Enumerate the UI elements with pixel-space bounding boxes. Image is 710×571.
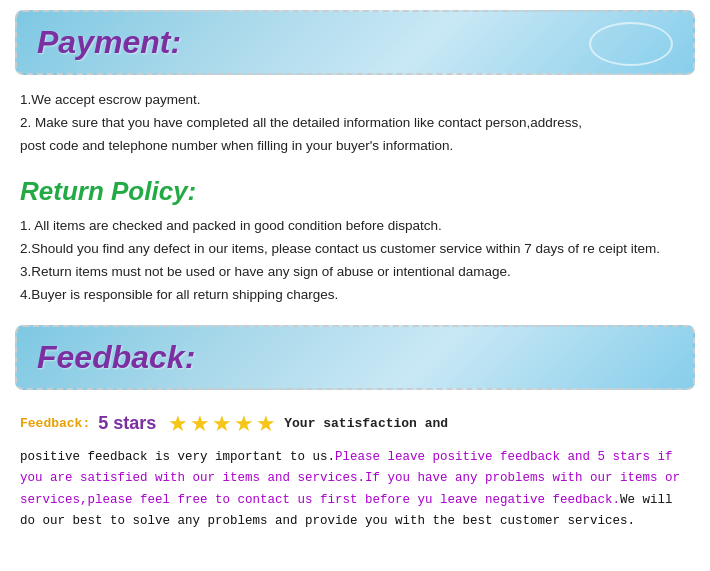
return-line3: 3.Return items must not be used or have … [20, 261, 690, 284]
payment-content: 1.We accept escrow payment. 2. Make sure… [15, 89, 695, 158]
star-5: ★ [256, 404, 276, 444]
return-policy-title: Return Policy: [15, 176, 695, 207]
payment-banner: Payment: [15, 10, 695, 75]
feedback-body: positive feedback is very important to u… [20, 447, 690, 532]
stars-text: 5 stars [98, 407, 156, 439]
feedback-title: Feedback: [37, 339, 673, 376]
star-4: ★ [234, 404, 254, 444]
stars-icons: ★ ★ ★ ★ ★ [168, 404, 276, 444]
star-2: ★ [190, 404, 210, 444]
positive-intro: positive feedback is very important to u… [20, 450, 335, 464]
payment-title: Payment: [37, 24, 673, 61]
feedback-row1: Feedback: 5 stars ★ ★ ★ ★ ★ Your satisfa… [20, 404, 690, 444]
satisfaction-text: Your satisfaction and [284, 412, 448, 435]
return-line4: 4.Buyer is responsible for all return sh… [20, 284, 690, 307]
star-3: ★ [212, 404, 232, 444]
return-line2: 2.Should you find any defect in our item… [20, 238, 690, 261]
return-policy-content: 1. All items are checked and packed in g… [15, 215, 695, 307]
feedback-label: Feedback: [20, 412, 90, 435]
feedback-content: Feedback: 5 stars ★ ★ ★ ★ ★ Your satisfa… [15, 404, 695, 533]
payment-line3: post code and telephone number when fill… [20, 135, 690, 158]
payment-line2: 2. Make sure that you have completed all… [20, 112, 690, 135]
payment-line1: 1.We accept escrow payment. [20, 89, 690, 112]
return-line1: 1. All items are checked and packed in g… [20, 215, 690, 238]
star-1: ★ [168, 404, 188, 444]
feedback-banner: Feedback: [15, 325, 695, 390]
